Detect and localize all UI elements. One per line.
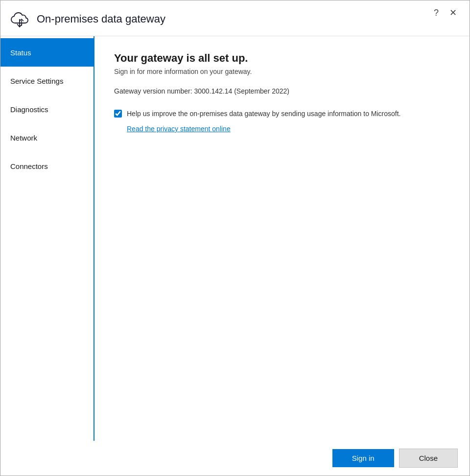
app-title: On-premises data gateway — [37, 13, 424, 25]
sidebar-item-diagnostics[interactable]: Diagnostics — [0, 95, 94, 123]
status-title: Your gateway is all set up. — [114, 52, 450, 65]
privacy-link[interactable]: Read the privacy statement online — [127, 125, 450, 133]
status-subtitle: Sign in for more information on your gat… — [114, 68, 450, 75]
main-content: Your gateway is all set up. Sign in for … — [94, 36, 470, 441]
content-area: Status Service Settings Diagnostics Netw… — [0, 36, 470, 441]
sidebar-item-service-settings[interactable]: Service Settings — [0, 67, 94, 95]
title-bar: On-premises data gateway ? ✕ — [0, 0, 470, 36]
sidebar: Status Service Settings Diagnostics Netw… — [0, 36, 94, 441]
help-button[interactable]: ? — [431, 7, 442, 18]
sign-in-button[interactable]: Sign in — [332, 449, 394, 467]
dialog-window: On-premises data gateway ? ✕ Status Serv… — [0, 0, 470, 476]
sidebar-item-connectors[interactable]: Connectors — [0, 152, 94, 180]
sidebar-item-status[interactable]: Status — [0, 38, 94, 67]
usage-text: Help us improve the on-premises data gat… — [127, 109, 401, 119]
version-label: Gateway version number: 3000.142.14 (Sep… — [114, 87, 450, 95]
usage-checkbox[interactable] — [114, 110, 122, 118]
usage-row: Help us improve the on-premises data gat… — [114, 109, 450, 119]
sidebar-item-network[interactable]: Network — [0, 123, 94, 152]
close-window-button[interactable]: ✕ — [446, 7, 460, 18]
footer: Sign in Close — [0, 441, 470, 476]
close-button[interactable]: Close — [399, 449, 458, 468]
gateway-icon — [10, 9, 30, 29]
title-actions: ? ✕ — [431, 7, 460, 18]
